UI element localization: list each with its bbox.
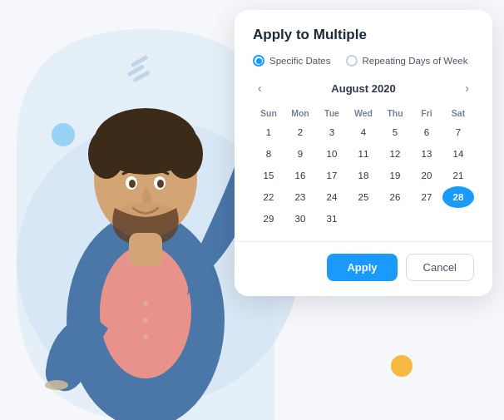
radio-specific-label: Specific Dates xyxy=(269,56,331,66)
svg-point-18 xyxy=(143,334,148,339)
day-header-sun: Sun xyxy=(253,105,284,121)
calendar-table: Sun Mon Tue Wed Thu Fri Sat 123456789101… xyxy=(253,105,474,230)
calendar-day-22[interactable]: 22 xyxy=(253,186,284,208)
calendar-day-empty xyxy=(348,208,379,230)
modal-title: Apply to Multiple xyxy=(253,27,474,43)
svg-point-4 xyxy=(88,129,125,179)
calendar-day-7[interactable]: 7 xyxy=(442,121,474,143)
radio-repeating-label: Repeating Days of Week xyxy=(363,56,468,66)
calendar-day-empty xyxy=(411,208,442,230)
radio-specific-dates[interactable]: Specific Dates xyxy=(253,55,331,67)
calendar-day-6[interactable]: 6 xyxy=(411,121,442,143)
calendar-day-30[interactable]: 30 xyxy=(284,208,316,230)
calendar-week-row: 15161718192021 xyxy=(253,165,474,186)
calendar-week-row: 22232425262728 xyxy=(253,186,474,208)
calendar-day-20[interactable]: 20 xyxy=(411,165,442,186)
calendar-day-17[interactable]: 17 xyxy=(316,165,348,186)
calendar-day-12[interactable]: 12 xyxy=(379,143,411,165)
calendar-day-23[interactable]: 23 xyxy=(284,186,316,208)
svg-point-14 xyxy=(45,380,68,390)
calendar-day-5[interactable]: 5 xyxy=(379,121,411,143)
calendar-day-15[interactable]: 15 xyxy=(253,165,284,186)
month-label: August 2020 xyxy=(331,82,395,95)
day-header-mon: Mon xyxy=(284,105,316,121)
day-header-fri: Fri xyxy=(411,105,442,121)
day-header-sat: Sat xyxy=(442,105,474,121)
calendar-day-26[interactable]: 26 xyxy=(379,186,411,208)
calendar-day-28[interactable]: 28 xyxy=(442,186,474,208)
apply-button[interactable]: Apply xyxy=(327,254,397,281)
calendar-day-27[interactable]: 27 xyxy=(411,186,442,208)
calendar-header-row: Sun Mon Tue Wed Thu Fri Sat xyxy=(253,105,474,121)
cancel-button[interactable]: Cancel xyxy=(406,254,474,281)
day-header-thu: Thu xyxy=(379,105,411,121)
svg-rect-11 xyxy=(129,233,162,266)
calendar-day-10[interactable]: 10 xyxy=(316,143,348,165)
svg-point-17 xyxy=(143,318,148,323)
calendar-day-empty xyxy=(442,208,474,230)
svg-point-9 xyxy=(157,180,164,188)
svg-point-5 xyxy=(166,129,203,179)
modal-card: Apply to Multiple Specific Dates Repeati… xyxy=(235,10,492,296)
background-orange-circle xyxy=(391,355,413,377)
calendar-day-24[interactable]: 24 xyxy=(316,186,348,208)
calendar-day-31[interactable]: 31 xyxy=(316,208,348,230)
calendar-day-19[interactable]: 19 xyxy=(379,165,411,186)
calendar-day-18[interactable]: 18 xyxy=(348,165,379,186)
calendar-day-2[interactable]: 2 xyxy=(284,121,316,143)
calendar-day-empty xyxy=(379,208,411,230)
calendar-day-16[interactable]: 16 xyxy=(284,165,316,186)
calendar-day-1[interactable]: 1 xyxy=(253,121,284,143)
day-header-wed: Wed xyxy=(348,105,379,121)
radio-group: Specific Dates Repeating Days of Week xyxy=(253,55,474,67)
calendar-week-row: 1234567 xyxy=(253,121,474,143)
calendar-day-4[interactable]: 4 xyxy=(348,121,379,143)
calendar-day-13[interactable]: 13 xyxy=(411,143,442,165)
calendar-day-14[interactable]: 14 xyxy=(442,143,474,165)
calendar-header: ‹ August 2020 › xyxy=(253,80,474,96)
day-header-tue: Tue xyxy=(316,105,348,121)
calendar-day-8[interactable]: 8 xyxy=(253,143,284,165)
svg-point-8 xyxy=(129,180,136,188)
action-row: Apply Cancel xyxy=(253,254,474,281)
calendar-week-row: 891011121314 xyxy=(253,143,474,165)
calendar-day-3[interactable]: 3 xyxy=(316,121,348,143)
calendar-day-11[interactable]: 11 xyxy=(348,143,379,165)
radio-specific-circle xyxy=(253,55,264,67)
calendar-day-25[interactable]: 25 xyxy=(348,186,379,208)
next-month-button[interactable]: › xyxy=(460,80,474,96)
prev-month-button[interactable]: ‹ xyxy=(253,80,267,96)
radio-repeating-circle xyxy=(346,55,358,67)
calendar-day-9[interactable]: 9 xyxy=(284,143,316,165)
radio-repeating-days[interactable]: Repeating Days of Week xyxy=(346,55,468,67)
svg-point-16 xyxy=(143,301,148,306)
calendar-week-row: 293031 xyxy=(253,208,474,230)
calendar-day-29[interactable]: 29 xyxy=(253,208,284,230)
divider xyxy=(235,241,492,242)
calendar-day-21[interactable]: 21 xyxy=(442,165,474,186)
